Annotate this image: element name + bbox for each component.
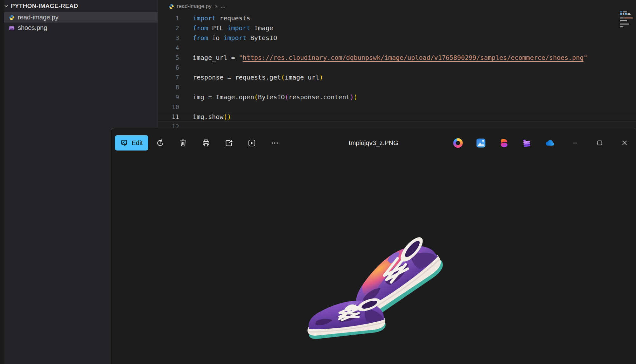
code-token: img xyxy=(193,93,208,101)
screen: PYTHON-IMAGE-READ read-image.pyshoes.png… xyxy=(0,0,636,364)
edit-button[interactable]: Edit xyxy=(115,135,148,150)
code-line-6[interactable]: 6 xyxy=(158,63,636,73)
code-line-7[interactable]: 7response = requests.get(image_url) xyxy=(158,73,636,82)
toolbar-icon-group xyxy=(153,136,282,150)
code-token: io xyxy=(208,34,223,42)
code-text xyxy=(179,102,193,112)
line-number: 2 xyxy=(158,23,179,33)
rotate-icon xyxy=(156,139,164,147)
share-icon xyxy=(225,139,233,147)
code-token: ) xyxy=(227,113,231,121)
code-token: BytesIO xyxy=(247,34,277,42)
copilot-icon xyxy=(453,138,463,148)
python-file-icon xyxy=(169,4,174,9)
designer-icon xyxy=(499,138,509,148)
line-number: 4 xyxy=(158,43,179,53)
photos-window: Edit tmpiojqv3_z.PNG xyxy=(111,128,636,364)
minimap-line xyxy=(620,22,635,23)
code-token: import xyxy=(193,14,216,22)
chevron-down-icon xyxy=(4,4,9,9)
line-number: 1 xyxy=(158,13,179,23)
photos-window-title: tmpiojqv3_z.PNG xyxy=(349,128,398,158)
photos-icon xyxy=(476,138,486,148)
code-token: img.show xyxy=(193,113,223,121)
designer-button[interactable] xyxy=(497,136,511,150)
code-text: from PIL import Image xyxy=(179,23,273,33)
code-token: ) xyxy=(350,93,354,101)
code-token: PIL xyxy=(208,24,227,32)
line-number: 3 xyxy=(158,33,179,43)
image-file-icon xyxy=(9,25,15,31)
code-line-2[interactable]: 2from PIL import Image xyxy=(158,23,636,33)
code-token: = xyxy=(231,54,239,61)
rotate-button[interactable] xyxy=(153,136,167,150)
onedrive-button[interactable] xyxy=(542,136,556,150)
file-item-shoes.png[interactable]: shoes.png xyxy=(0,23,157,33)
minimap[interactable] xyxy=(620,11,635,28)
code-token: ) xyxy=(319,74,323,81)
code-token: " xyxy=(584,54,587,61)
code-token: import xyxy=(227,24,250,32)
code-text: import requests xyxy=(179,13,250,23)
share-button[interactable] xyxy=(222,136,236,150)
code-line-9[interactable]: 9img = Image.open(BytesIO(response.conte… xyxy=(158,92,636,102)
code-token: image_url xyxy=(285,74,319,81)
photo-view-area xyxy=(111,158,636,364)
more-icon xyxy=(270,139,279,147)
code-token: ( xyxy=(223,113,227,121)
file-item-read-image.py[interactable]: read-image.py xyxy=(0,12,157,23)
code-line-1[interactable]: 1import requests xyxy=(158,13,636,23)
more-button[interactable] xyxy=(268,136,282,150)
breadcrumb-file[interactable]: read-image.py xyxy=(177,3,212,10)
close-button[interactable] xyxy=(616,134,633,152)
clipchamp-button[interactable] xyxy=(520,136,534,150)
clipchamp-icon xyxy=(522,138,532,148)
minimize-button[interactable] xyxy=(566,134,584,152)
code-line-11[interactable]: 11img.show() xyxy=(158,112,636,122)
code-text: img.show() xyxy=(179,112,231,122)
minimap-line xyxy=(620,18,635,18)
minimap-line xyxy=(620,25,635,26)
breadcrumb-ellipsis[interactable]: ... xyxy=(221,3,225,10)
explorer-folder-header[interactable]: PYTHON-IMAGE-READ xyxy=(0,0,157,11)
code-line-10[interactable]: 10 xyxy=(158,102,636,112)
line-number: 10 xyxy=(158,102,179,112)
minimap-line xyxy=(620,26,635,27)
code-token: requests.get xyxy=(235,74,281,81)
copilot-button[interactable] xyxy=(451,136,465,150)
delete-button[interactable] xyxy=(176,136,190,150)
code-token: = xyxy=(227,74,235,81)
code-text xyxy=(179,122,193,128)
code-text xyxy=(179,63,193,73)
code-text xyxy=(179,43,193,53)
maximize-icon xyxy=(596,139,604,147)
edit-button-label: Edit xyxy=(132,139,143,147)
code-token: from xyxy=(193,24,208,32)
file-name-label: read-image.py xyxy=(18,14,59,21)
slideshow-button[interactable] xyxy=(245,136,259,150)
line-number: 6 xyxy=(158,63,179,73)
app-icon-group xyxy=(451,136,556,150)
shoes-image xyxy=(300,230,444,353)
code-token: ) xyxy=(354,93,358,101)
chevron-right-icon xyxy=(214,4,218,9)
code-token: import xyxy=(223,34,246,42)
photos-app-button[interactable] xyxy=(474,136,488,150)
code-line-4[interactable]: 4 xyxy=(158,43,636,53)
line-number: 7 xyxy=(158,73,179,82)
code-line-12[interactable]: 12 xyxy=(158,122,636,128)
code-line-5[interactable]: 5image_url = "https://res.cloudinary.com… xyxy=(158,53,636,63)
photos-toolbar: Edit tmpiojqv3_z.PNG xyxy=(111,128,636,158)
toolbar-right-group xyxy=(451,128,633,158)
print-button[interactable] xyxy=(199,136,213,150)
code-line-8[interactable]: 8 xyxy=(158,82,636,92)
maximize-button[interactable] xyxy=(591,134,609,152)
code-line-3[interactable]: 3from io import BytesIO xyxy=(158,33,636,43)
code-text: from io import BytesIO xyxy=(179,33,277,43)
code-text: response = requests.get(image_url) xyxy=(179,73,323,82)
onedrive-icon xyxy=(545,138,555,148)
breadcrumb[interactable]: read-image.py ... xyxy=(158,0,636,13)
code-text: image_url = "https://res.cloudinary.com/… xyxy=(179,53,587,63)
minimap-line xyxy=(620,14,635,15)
code-token: = xyxy=(208,93,216,101)
